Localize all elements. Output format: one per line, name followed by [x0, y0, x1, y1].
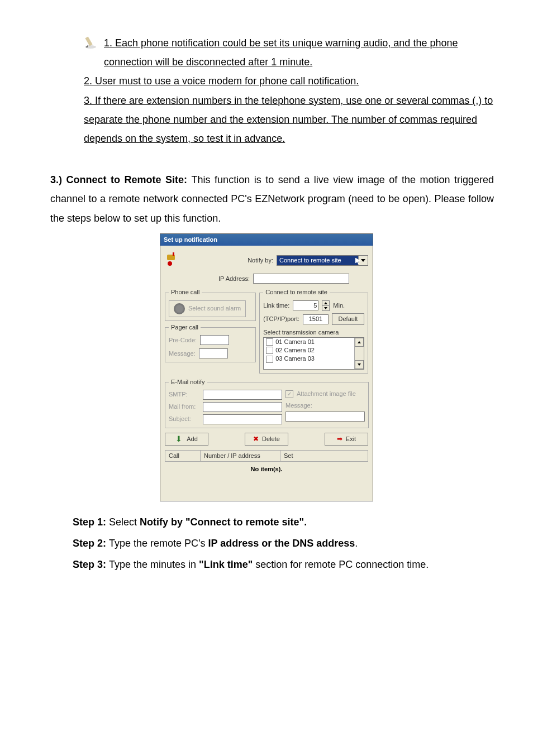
link-time-spinner[interactable]	[322, 300, 330, 311]
chevron-down-icon[interactable]	[358, 256, 368, 265]
spinner-up-icon[interactable]	[322, 301, 329, 306]
phone-notify-icon	[165, 251, 180, 269]
email-notify-group: E-Mail notify SMTP: Mail from: Subject: …	[165, 378, 369, 428]
pager-call-group: Pager call Pre-Code: Message:	[165, 323, 256, 362]
link-time-input[interactable]: 5	[293, 300, 318, 310]
scroll-up-icon[interactable]	[355, 338, 364, 347]
pencil-icon	[84, 35, 99, 56]
select-camera-label: Select transmission camera	[263, 328, 364, 337]
exit-icon	[337, 434, 342, 444]
mailfrom-input	[203, 402, 282, 412]
port-label: (TCP/IP)port:	[263, 315, 299, 323]
select-sound-alarm-button: Select sound alarm	[169, 300, 246, 317]
checkbox-icon[interactable]	[266, 356, 273, 363]
link-time-label: Link time:	[263, 302, 289, 310]
note-1: 1. Each phone notification could be set …	[104, 37, 458, 68]
pager-call-legend: Pager call	[169, 323, 201, 332]
phone-call-legend: Phone call	[169, 288, 202, 296]
step-1: Step 1: Select Notify by "Connect to rem…	[73, 513, 494, 532]
email-notify-legend: E-Mail notify	[169, 378, 207, 386]
mail-message-input	[285, 412, 365, 422]
section-number: 3.)	[50, 174, 66, 185]
camera-item-3[interactable]: 03 Camera 03	[264, 355, 364, 363]
svg-point-5	[168, 261, 172, 266]
svg-rect-1	[85, 37, 92, 46]
precode-label: Pre-Code:	[169, 336, 197, 344]
mail-message-label: Message:	[285, 401, 365, 410]
section-connect-remote: 3.) Connect to Remote Site: This functio…	[50, 170, 494, 228]
dialog-title: Set up notification	[160, 234, 373, 246]
pager-message-label: Message:	[169, 350, 196, 358]
mailfrom-label: Mail from:	[169, 403, 199, 411]
col-set: Set	[280, 451, 368, 461]
attachment-label: Attachment image file	[297, 390, 356, 398]
connect-remote-group: Connect to remote site Link time: 5 Min.	[259, 288, 368, 373]
speaker-icon	[174, 303, 185, 314]
connect-remote-legend: Connect to remote site	[263, 288, 330, 296]
delete-icon	[253, 434, 259, 444]
delete-button[interactable]: Delete	[245, 433, 288, 446]
smtp-input	[203, 390, 282, 400]
note-3: 3. If there are extension numbers in the…	[84, 95, 493, 144]
table-empty: No item(s).	[165, 462, 368, 496]
subject-input	[203, 414, 282, 424]
section-title: Connect to Remote Site:	[66, 174, 192, 185]
subject-label: Subject:	[169, 415, 199, 423]
notify-by-combo[interactable]: Connect to remote site	[277, 255, 368, 266]
add-icon	[175, 435, 183, 443]
camera-item-2[interactable]: 02 Camera 02	[264, 346, 364, 355]
notification-dialog: Set up notification Notify by: Connect t…	[160, 233, 373, 501]
phone-call-group: Phone call Select sound alarm	[165, 288, 256, 320]
scrollbar[interactable]	[354, 338, 364, 369]
note-2: 2. User must to use a voice modem for ph…	[84, 75, 359, 87]
ip-address-label: IP Address:	[218, 275, 250, 283]
pager-message-input	[199, 348, 228, 358]
attachment-checkbox: ✓	[285, 390, 293, 398]
precode-input	[200, 335, 229, 345]
step-2: Step 2: Type the remote PC's IP address …	[73, 534, 494, 553]
notify-by-label: Notify by:	[248, 256, 273, 265]
camera-item-1[interactable]: 01 Camera 01	[264, 338, 364, 346]
default-button[interactable]: Default	[332, 313, 364, 325]
camera-list[interactable]: 01 Camera 01 02 Camera 02 03 Camera 03	[263, 337, 364, 370]
col-number: Number / IP address	[201, 451, 280, 461]
add-button[interactable]: Add	[165, 433, 208, 446]
table-header: Call Number / IP address Set	[165, 450, 368, 462]
svg-rect-4	[173, 252, 174, 256]
port-input[interactable]: 1501	[303, 314, 329, 324]
checkbox-icon[interactable]	[266, 347, 273, 354]
scroll-down-icon[interactable]	[355, 360, 364, 369]
min-label: Min.	[333, 302, 345, 310]
col-call: Call	[165, 451, 201, 461]
smtp-label: SMTP:	[169, 390, 199, 399]
spinner-down-icon[interactable]	[322, 306, 329, 310]
ip-address-input[interactable]	[253, 274, 349, 284]
step-3: Step 3: Type the minutes in "Link time" …	[73, 555, 494, 574]
checkbox-icon[interactable]	[266, 338, 273, 346]
exit-button[interactable]: Exit	[325, 433, 368, 446]
